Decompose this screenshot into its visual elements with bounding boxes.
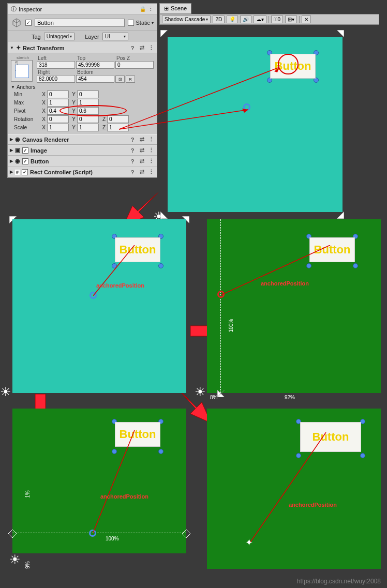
scene-tab[interactable]: ⊞Scene bbox=[159, 3, 191, 14]
rect-handle[interactable] bbox=[306, 263, 311, 268]
foldout-icon[interactable]: ▼ bbox=[10, 46, 14, 50]
menu-icon[interactable]: ⋮ bbox=[147, 44, 155, 51]
script-enabled-checkbox[interactable]: ✓ bbox=[22, 169, 28, 175]
image-enabled-checkbox[interactable]: ✓ bbox=[22, 147, 28, 154]
pivot-ring[interactable] bbox=[217, 291, 225, 298]
script-header[interactable]: ▶#✓Rect Controller (Script)?⇄⋮ bbox=[8, 167, 157, 177]
active-checkbox[interactable]: ✓ bbox=[25, 20, 32, 26]
help-icon[interactable]: ? bbox=[129, 147, 136, 154]
pct-label: 92% bbox=[285, 395, 295, 400]
rot-y[interactable] bbox=[77, 115, 99, 123]
lock-icon[interactable]: 🔒 bbox=[140, 6, 146, 12]
menu-icon[interactable]: ⋮ bbox=[147, 136, 155, 143]
menu-icon[interactable]: ⋮ bbox=[148, 6, 154, 12]
preset-icon[interactable]: ⇄ bbox=[138, 169, 145, 175]
left-input[interactable] bbox=[37, 61, 75, 69]
anchor-handle[interactable] bbox=[217, 390, 225, 397]
anchored-position-label: anchoredPosition bbox=[289, 502, 337, 508]
anchor-handle-tl[interactable] bbox=[160, 30, 168, 37]
ui-button[interactable]: Button bbox=[115, 237, 160, 262]
rect-transform-header[interactable]: ▼ ✦ Rect Transform ? ⇄ ⋮ bbox=[8, 42, 157, 53]
rect-handle[interactable] bbox=[353, 263, 358, 268]
bottom-label: Bottom bbox=[76, 69, 114, 75]
scene-variant: Button anchoredPosition 100% 1% 9% ☀ bbox=[12, 409, 186, 553]
scale-x[interactable] bbox=[47, 124, 69, 131]
anchor-handle-br[interactable] bbox=[337, 212, 344, 219]
anchor-handle[interactable] bbox=[8, 530, 17, 538]
static-dropdown-icon[interactable]: ▾ bbox=[152, 21, 154, 25]
layer-dropdown[interactable]: UI▾ bbox=[102, 33, 128, 40]
anchor-min-y[interactable] bbox=[77, 91, 99, 98]
pivot-ring[interactable] bbox=[89, 530, 96, 537]
inspector-tab[interactable]: ⓘ Inspector 🔒 ⋮ bbox=[8, 4, 157, 15]
anchor-max-x[interactable] bbox=[47, 99, 69, 107]
scene-view[interactable]: Button ☀ bbox=[159, 25, 379, 208]
pivot-x[interactable] bbox=[47, 107, 69, 115]
menu-icon[interactable]: ⋮ bbox=[147, 158, 155, 164]
menu-icon[interactable]: ⋮ bbox=[147, 147, 155, 154]
tag-dropdown[interactable]: Untagged▾ bbox=[44, 33, 75, 40]
rect-handle[interactable] bbox=[296, 453, 301, 458]
help-icon[interactable]: ? bbox=[129, 45, 136, 51]
audio-toggle[interactable]: 🔊 bbox=[240, 16, 251, 23]
shadow-dropdown[interactable]: Shadow Cascade▾ bbox=[162, 16, 211, 23]
scene-variant: Button anchoredPosition ☀ bbox=[12, 219, 186, 393]
static-label: Static bbox=[136, 20, 150, 26]
max-label: Max bbox=[11, 100, 39, 105]
blueprint-mode-button[interactable]: ⊡ bbox=[115, 76, 125, 83]
pivot-ring[interactable] bbox=[90, 292, 97, 299]
menu-icon[interactable]: ⋮ bbox=[147, 169, 155, 175]
help-icon[interactable]: ? bbox=[129, 169, 136, 175]
bottom-input[interactable] bbox=[76, 75, 114, 83]
preset-icon[interactable]: ⇄ bbox=[138, 136, 145, 143]
button-enabled-checkbox[interactable]: ✓ bbox=[22, 158, 28, 164]
right-input[interactable] bbox=[37, 75, 75, 83]
scale-z[interactable] bbox=[107, 124, 129, 131]
top-input[interactable] bbox=[76, 61, 114, 69]
button-header[interactable]: ▶◉✓Button?⇄⋮ bbox=[8, 156, 157, 167]
ui-button[interactable]: Button bbox=[115, 422, 160, 447]
canvas-rect[interactable]: Button bbox=[168, 37, 343, 212]
anchor-max-y[interactable] bbox=[77, 99, 99, 107]
scale-y[interactable] bbox=[77, 124, 99, 131]
script-icon: # bbox=[15, 170, 20, 175]
image-header[interactable]: ▶▣✓Image?⇄⋮ bbox=[8, 145, 157, 156]
anchors-foldout[interactable]: ▼Anchors bbox=[11, 84, 154, 90]
rect-handle[interactable] bbox=[360, 453, 365, 458]
pct-label: 100% bbox=[106, 536, 119, 541]
anchor-star-icon[interactable]: ✦ bbox=[245, 537, 253, 548]
visibility-toggle[interactable]: 👁̷0 bbox=[271, 16, 283, 23]
rect-handle[interactable] bbox=[158, 263, 163, 268]
fx-toggle[interactable]: ☁▾ bbox=[254, 16, 266, 23]
ui-button[interactable]: Button bbox=[300, 422, 361, 452]
object-name-field[interactable] bbox=[35, 19, 125, 27]
canvas-renderer-header[interactable]: ▶◉Canvas Renderer?⇄⋮ bbox=[8, 134, 157, 145]
preset-icon[interactable]: ⇄ bbox=[138, 158, 145, 164]
ui-button[interactable]: Button bbox=[309, 237, 355, 262]
tools-button[interactable]: ✕ bbox=[302, 16, 311, 23]
rect-handle[interactable] bbox=[112, 263, 117, 268]
pivot-y[interactable] bbox=[77, 107, 99, 115]
rect-handle[interactable] bbox=[112, 449, 117, 454]
rotation-label: Rotation bbox=[11, 116, 39, 122]
right-label: Right bbox=[37, 69, 75, 75]
rot-x[interactable] bbox=[47, 115, 69, 123]
grid-toggle[interactable]: ⊞▾ bbox=[285, 16, 297, 23]
light-toggle[interactable]: 💡 bbox=[227, 16, 238, 23]
anchor-handle[interactable] bbox=[182, 530, 190, 538]
pivot-ring[interactable] bbox=[243, 103, 250, 111]
rot-z[interactable] bbox=[107, 115, 129, 123]
posz-input[interactable] bbox=[115, 61, 154, 69]
preset-icon[interactable]: ⇄ bbox=[138, 44, 145, 51]
help-icon[interactable]: ? bbox=[129, 158, 136, 164]
2d-toggle[interactable]: 2D bbox=[213, 16, 225, 23]
raw-edit-button[interactable]: R bbox=[126, 76, 135, 83]
static-checkbox[interactable] bbox=[128, 20, 134, 26]
help-icon[interactable]: ? bbox=[129, 137, 136, 143]
anchor-handle-tr[interactable] bbox=[337, 30, 344, 37]
preset-icon[interactable]: ⇄ bbox=[138, 147, 145, 154]
anchor-min-x[interactable] bbox=[47, 91, 69, 98]
rect-handle[interactable] bbox=[158, 449, 163, 454]
anchored-position-label: anchoredPosition bbox=[261, 280, 309, 287]
anchor-preset-button[interactable]: stretch bbox=[11, 60, 33, 82]
